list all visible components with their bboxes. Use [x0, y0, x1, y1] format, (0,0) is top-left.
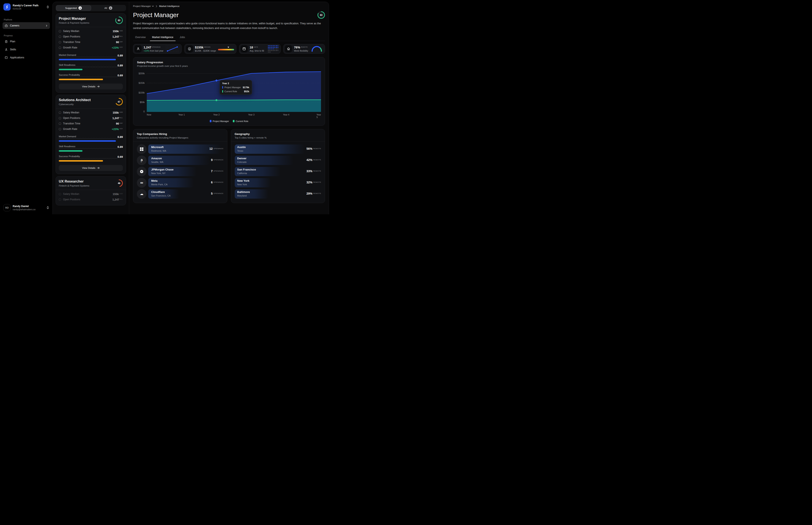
career-list-column: Suggested 4 All 8 Project Manager Fintec…: [53, 2, 129, 214]
salary-range-gradient: [218, 49, 234, 50]
metric-market-demand: Market Demand0.89: [59, 54, 123, 60]
match-score-ring: 46: [115, 179, 123, 187]
chevron-down-icon: [152, 5, 154, 7]
career-card-stats: Salary Median155kUSD Open Positions1,247…: [59, 110, 123, 132]
geography-panel: Geography Top 5 cities hiring + remote %…: [231, 129, 325, 203]
company-row-meta[interactable]: ∞ MetaMenlo Park, CA 6OPENINGS: [137, 178, 224, 188]
logo-s-icon: [5, 5, 9, 9]
company-row-amazon[interactable]: a⌣ AmazonSeattle, WA 9OPENINGS: [137, 155, 224, 165]
breadcrumb-current: Market Intelligence: [159, 5, 180, 7]
kpi-time-to-fill: 18DAYS Avg. time to fill: [239, 44, 281, 54]
view-details-button[interactable]: View Details: [59, 165, 123, 171]
stat-row: Open Positions1,247ALL: [59, 197, 123, 202]
dashed-circle-icon: [59, 41, 61, 43]
tab-all-label: All: [105, 7, 107, 9]
city-row-denver[interactable]: DenverColorado 42%REMOTE: [235, 155, 321, 165]
panel-subtitle: Companies actively recruiting Project Ma…: [137, 136, 224, 139]
nav-section-progress: Progress: [4, 34, 49, 37]
panel-subtitle: Projected income growth over your first …: [137, 65, 321, 67]
city-row-new-york[interactable]: New YorkNew York 32%REMOTE: [235, 178, 321, 188]
sidebar-item-applications[interactable]: Applications: [2, 54, 50, 61]
salary-chart-plot[interactable]: Year 2 Project Manager$179k Current Role…: [147, 71, 321, 112]
dashed-circle-icon: [59, 30, 61, 32]
arrow-right-icon: [97, 167, 99, 169]
user-menu[interactable]: RD Randy Daniel randy@whatmatters.so: [2, 204, 50, 211]
metric-success-probability: Success Probability0.69: [59, 155, 123, 162]
view-details-button[interactable]: View Details: [59, 84, 123, 89]
nav-section-platform: Platform: [4, 19, 49, 21]
jpmorgan-logo-icon: [137, 167, 147, 176]
match-score-value: 83: [115, 16, 123, 24]
arrow-right-icon: [97, 86, 99, 88]
stat-row: Salary Median155kUSD: [59, 191, 123, 197]
workspace-name: Randy's Career Path: [13, 4, 44, 7]
dashed-circle-icon: [59, 198, 61, 201]
career-card-title: UX Researcher: [59, 179, 123, 183]
career-card-subtitle: Fintech & Payment Systems: [59, 184, 123, 187]
tab-market-intelligence[interactable]: Market Intelligence: [150, 34, 175, 41]
detail-tabs: Overview Market Intelligence Jobs: [133, 34, 325, 41]
sidebar-item-careers[interactable]: Careers: [2, 22, 50, 29]
x-axis-labels: Now Year 1 Year 2 Year 3 Year 4 Year 5: [147, 114, 321, 117]
all-count-badge: 8: [109, 6, 112, 10]
career-filter-tabs: Suggested 4 All 8: [56, 5, 126, 11]
match-score-value: 67: [115, 98, 123, 106]
tab-suggested-label: Suggested: [65, 7, 77, 9]
company-row-cloudflare[interactable]: ☁ CloudflareSan Francisco, CA 5OPENINGS: [137, 189, 224, 199]
metric-skill-readiness: Skill Readiness0.89: [59, 64, 123, 70]
chart-legend: Project Manager Current Role: [137, 120, 321, 122]
briefcase-icon: [5, 24, 8, 27]
city-row-austin[interactable]: AustinTexas 56%REMOTE: [235, 144, 321, 154]
dollar-coin-icon: $: [186, 45, 193, 52]
city-row-baltimore[interactable]: BaltimoreMaryland 29%REMOTE: [235, 189, 321, 199]
legend-project-manager: Project Manager: [210, 120, 229, 122]
svg-text:$: $: [189, 48, 190, 50]
user-avatar: RD: [3, 204, 11, 211]
days-dot-matrix: [268, 45, 278, 52]
match-score-ring: 67: [115, 98, 123, 106]
openings-trend-sparkline: [165, 45, 179, 52]
stat-row: Transition Time90DAY: [59, 121, 123, 126]
remote-arc-gauge: [311, 45, 323, 52]
career-card-metrics: Market Demand0.89 Skill Readiness0.89 Su…: [59, 54, 123, 80]
metric-bar: [59, 160, 103, 162]
person-icon: [135, 45, 142, 52]
sidebar-item-label: Skills: [10, 48, 16, 51]
metric-bar: [59, 69, 82, 70]
panel-subtitle: Top 5 cities hiring + remote %: [235, 136, 321, 139]
tab-suggested[interactable]: Suggested 4: [56, 5, 91, 11]
metric-success-probability: Success Probability0.69: [59, 74, 123, 80]
city-row-san-francisco[interactable]: San FranciscoCalifornia 33%REMOTE: [235, 167, 321, 176]
microsoft-logo-icon: [137, 144, 147, 154]
breadcrumb: Project Manager Market Intelligence: [133, 5, 325, 7]
breadcrumb-parent[interactable]: Project Manager: [133, 5, 154, 7]
career-card-title: Project Manager: [59, 16, 123, 20]
meta-logo-icon: ∞: [137, 178, 147, 188]
company-row-jpmorgan-chase[interactable]: JPMorgan ChaseNew York, NY 7OPENINGS: [137, 167, 224, 176]
match-score-value: 46: [115, 179, 123, 187]
metric-market-demand: Market Demand0.89: [59, 135, 123, 142]
career-card-ux-researcher[interactable]: UX Researcher Fintech & Payment Systems …: [56, 176, 126, 205]
career-card-stats: Salary Median155kUSD Open Positions1,247…: [59, 28, 123, 50]
chevron-right-icon: [156, 5, 157, 7]
tab-all[interactable]: All 8: [91, 5, 126, 11]
career-card-solutions-architect[interactable]: Solutions Architect Cybersecurity 67 Sal…: [56, 95, 126, 174]
tab-jobs[interactable]: Jobs: [178, 34, 187, 41]
stat-row: Growth Rate+23%YOY: [59, 126, 123, 132]
notepad-icon: [5, 40, 8, 43]
career-card-stats: Salary Median155kUSD Open Positions1,247…: [59, 191, 123, 202]
main-content: Project Manager Market Intelligence Proj…: [129, 2, 329, 214]
workspace-switcher[interactable]: Randy's Career Path 01/01/26: [2, 3, 50, 11]
career-card-project-manager[interactable]: Project Manager Fintech & Payment System…: [56, 13, 126, 93]
tab-overview[interactable]: Overview: [133, 34, 148, 41]
career-card-subtitle: Fintech & Payment Systems: [59, 21, 123, 24]
dashed-circle-icon: [59, 128, 61, 130]
dashed-circle-icon: [59, 35, 61, 38]
sidebar: Randy's Career Path 01/01/26 Platform Ca…: [0, 0, 52, 214]
y-axis-labels: $200k $150k $100k $50k 0: [137, 71, 147, 112]
stat-row: Open Positions1,247ALL: [59, 34, 123, 39]
sidebar-item-skills[interactable]: Skills: [2, 46, 50, 53]
company-row-microsoft[interactable]: MicrosoftRedmond, WA 12OPENINGS: [137, 144, 224, 154]
dashed-circle-icon: [59, 47, 61, 49]
sidebar-item-plan[interactable]: Plan: [2, 38, 50, 45]
